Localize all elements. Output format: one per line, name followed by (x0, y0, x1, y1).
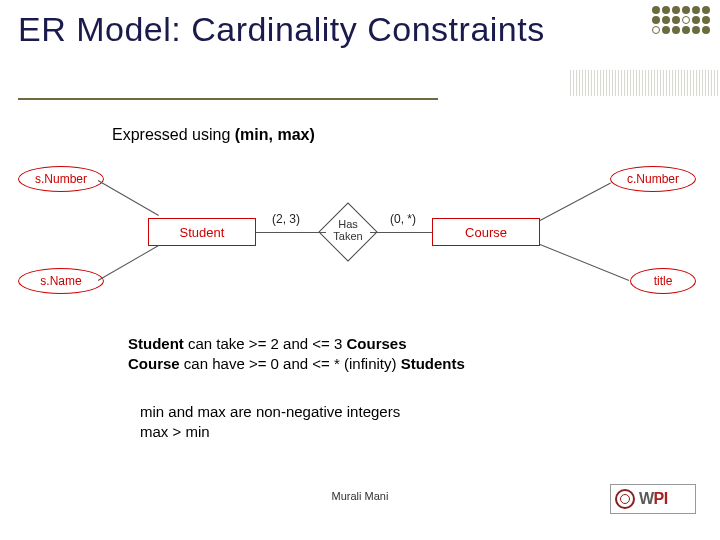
title-text: ER Model: Cardinality Constraints (18, 10, 545, 48)
attr-cnumber: c.Number (610, 166, 696, 192)
attr-sname: s.Name (18, 268, 104, 294)
explain-l1a: Student (128, 335, 184, 352)
explain-l2b: can have >= 0 and <= * (infinity) (180, 355, 401, 372)
explain-line-1: Student can take >= 2 and <= 3 Courses (128, 334, 465, 354)
decorative-stripe (570, 70, 720, 96)
explanation-cardinality: Student can take >= 2 and <= 3 Courses C… (128, 334, 465, 375)
attr-title-label: title (654, 274, 673, 288)
attr-snumber-label: s.Number (35, 172, 87, 186)
explanation-rules: min and max are non-negative integers ma… (140, 402, 400, 443)
subhead-bold: (min, max) (235, 126, 315, 143)
er-diagram: s.Number s.Name c.Number title Student C… (0, 160, 720, 320)
explain-l2a: Course (128, 355, 180, 372)
rule-1: min and max are non-negative integers (140, 402, 400, 422)
explain-line-2: Course can have >= 0 and <= * (infinity)… (128, 354, 465, 374)
entity-course: Course (432, 218, 540, 246)
entity-student-label: Student (180, 225, 225, 240)
page-title: ER Model: Cardinality Constraints (18, 10, 545, 49)
attr-cnumber-label: c.Number (627, 172, 679, 186)
explain-l1c: Courses (346, 335, 406, 352)
entity-course-label: Course (465, 225, 507, 240)
relationship-line1: Has (338, 218, 358, 230)
rule-2: max > min (140, 422, 400, 442)
cardinality-course: (0, *) (390, 212, 416, 226)
wpi-logo-w: W (639, 490, 654, 507)
line-title-course (540, 244, 629, 281)
line-snumber-student (98, 180, 159, 216)
attr-sname-label: s.Name (40, 274, 81, 288)
wpi-seal-icon (615, 489, 635, 509)
wpi-logo-pi: PI (654, 490, 668, 507)
line-student-rel (256, 232, 326, 233)
decorative-dot-grid (652, 6, 710, 34)
explain-l2c: Students (401, 355, 465, 372)
wpi-logo: WPI (610, 484, 696, 514)
wpi-logo-text: WPI (639, 490, 668, 508)
line-cnumber-course (540, 183, 611, 221)
attr-snumber: s.Number (18, 166, 104, 192)
relationship-line2: Taken (333, 230, 362, 242)
relationship-has-taken: HasTaken (318, 202, 378, 262)
cardinality-student: (2, 3) (272, 212, 300, 226)
subheading: Expressed using (min, max) (112, 126, 315, 144)
attr-title: title (630, 268, 696, 294)
subhead-prefix: Expressed using (112, 126, 235, 143)
line-sname-student (98, 245, 159, 281)
slide: ER Model: Cardinality Constraints Expres… (0, 0, 720, 540)
line-rel-course (370, 232, 432, 233)
entity-student: Student (148, 218, 256, 246)
title-underline (18, 98, 438, 100)
explain-l1b: can take >= 2 and <= 3 (184, 335, 347, 352)
